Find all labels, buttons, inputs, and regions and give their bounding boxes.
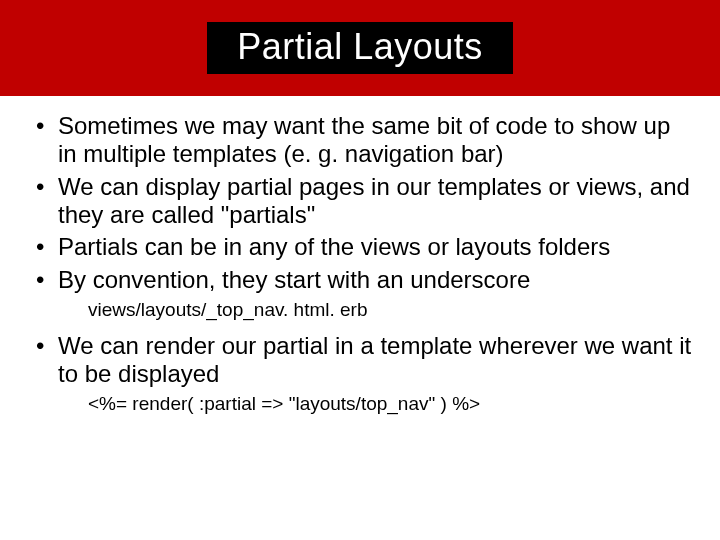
bullet-text: We can display partial pages in our temp…: [58, 173, 690, 228]
bullet-item: We can display partial pages in our temp…: [28, 173, 692, 230]
bullet-item: Sometimes we may want the same bit of co…: [28, 112, 692, 169]
bullet-text: Partials can be in any of the views or l…: [58, 233, 610, 260]
slide-title: Partial Layouts: [207, 22, 513, 74]
bullet-list: Sometimes we may want the same bit of co…: [28, 112, 692, 416]
slide-body: Sometimes we may want the same bit of co…: [28, 112, 692, 426]
sub-item: <%= render( :partial => "layouts/top_nav…: [88, 392, 692, 416]
title-band: Partial Layouts: [0, 0, 720, 96]
sub-list: <%= render( :partial => "layouts/top_nav…: [88, 392, 692, 416]
sub-item: views/layouts/_top_nav. html. erb: [88, 298, 692, 322]
bullet-item: We can render our partial in a template …: [28, 332, 692, 416]
bullet-item: Partials can be in any of the views or l…: [28, 233, 692, 261]
bullet-text: We can render our partial in a template …: [58, 332, 691, 387]
bullet-text: Sometimes we may want the same bit of co…: [58, 112, 670, 167]
bullet-item: By convention, they start with an unders…: [28, 266, 692, 322]
slide: Partial Layouts Sometimes we may want th…: [0, 0, 720, 540]
sub-list: views/layouts/_top_nav. html. erb: [88, 298, 692, 322]
bullet-text: By convention, they start with an unders…: [58, 266, 530, 293]
